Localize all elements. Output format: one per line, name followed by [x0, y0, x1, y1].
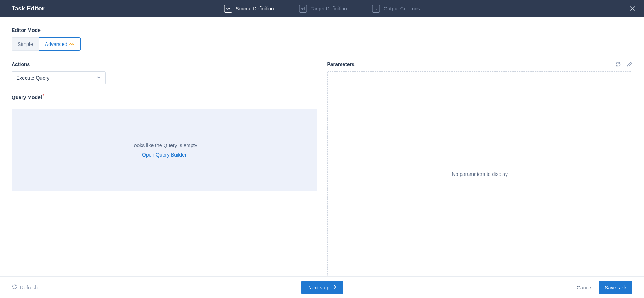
step-label: Target Definition — [311, 6, 347, 11]
source-icon — [224, 5, 232, 13]
open-query-builder-link[interactable]: Open Query Builder — [142, 152, 187, 158]
actions-select-value: Execute Query — [16, 75, 50, 81]
parameters-empty-text: No parameters to display — [452, 171, 508, 177]
step-output-columns[interactable]: Output Columns — [372, 5, 420, 13]
editor-mode-simple[interactable]: Simple — [12, 37, 39, 51]
next-step-button[interactable]: Next step — [301, 281, 343, 294]
save-task-button[interactable]: Save task — [599, 281, 632, 294]
columns-icon — [372, 5, 380, 13]
query-model-label-text: Query Model — [12, 94, 42, 100]
editor-mode-advanced[interactable]: Advanced — [39, 37, 81, 51]
required-indicator: * — [43, 94, 44, 98]
advanced-icon — [69, 41, 74, 47]
actions-select[interactable]: Execute Query — [12, 71, 106, 84]
refresh-button[interactable]: Refresh — [12, 284, 38, 291]
query-model-box: Looks like the Query is empty Open Query… — [12, 109, 317, 191]
footer-bar: Refresh Next step Cancel Save task — [0, 276, 644, 298]
edit-parameters-button[interactable] — [627, 61, 632, 67]
editor-mode-toggle: Simple Advanced — [12, 37, 632, 51]
next-step-label: Next step — [308, 285, 329, 290]
parameters-label: Parameters — [327, 61, 355, 67]
step-label: Source Definition — [236, 6, 274, 11]
editor-mode-label: Editor Mode — [12, 27, 632, 33]
svg-point-0 — [226, 8, 228, 9]
step-source-definition[interactable]: Source Definition — [224, 5, 274, 13]
actions-label: Actions — [12, 61, 317, 67]
close-button[interactable] — [627, 4, 638, 14]
refresh-parameters-button[interactable] — [615, 61, 621, 67]
wizard-steps: Source Definition Target Definition Outp… — [224, 0, 420, 17]
chevron-right-icon — [332, 284, 337, 290]
refresh-label: Refresh — [20, 285, 38, 290]
cancel-button[interactable]: Cancel — [577, 285, 593, 290]
chevron-down-icon — [97, 75, 101, 81]
refresh-icon — [12, 284, 17, 291]
page-title: Task Editor — [12, 5, 44, 12]
query-model-label: Query Model * — [12, 94, 317, 100]
step-label: Output Columns — [384, 6, 420, 11]
parameters-box: No parameters to display — [327, 71, 633, 276]
target-icon — [299, 5, 307, 13]
editor-mode-advanced-label: Advanced — [45, 41, 67, 47]
step-target-definition[interactable]: Target Definition — [299, 5, 347, 13]
editor-mode-simple-label: Simple — [18, 41, 33, 47]
header-bar: Task Editor Source Definition Target Def… — [0, 0, 644, 17]
query-empty-text: Looks like the Query is empty — [131, 143, 197, 148]
